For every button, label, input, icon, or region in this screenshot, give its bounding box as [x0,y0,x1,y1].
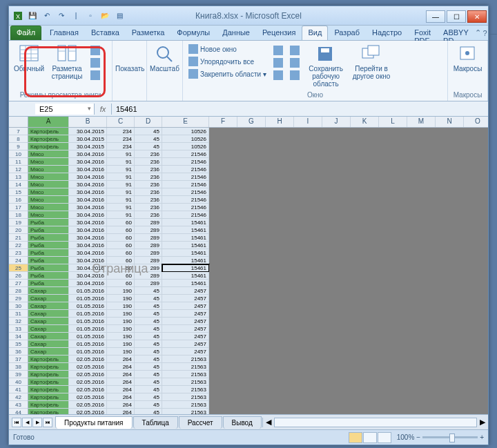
zoom-in-icon[interactable]: + [480,434,484,441]
cell[interactable]: 2457 [162,333,209,340]
cell[interactable]: 15461 [162,249,209,257]
table-row[interactable]: 44Картофель02.05.20162644521563 [9,409,488,414]
cell[interactable]: Рыба [28,272,69,280]
row-header[interactable]: 30 [9,302,28,310]
tab-addins[interactable]: Надстро [366,26,408,40]
table-row[interactable]: 14Мясо30.04.20169123621546 [9,181,488,188]
table-row[interactable]: 23Рыба30.04.20166028915461 [9,249,488,257]
cell[interactable]: 45 [135,333,162,340]
cell[interactable]: 236 [135,166,162,173]
cell[interactable]: Сахар [28,348,69,356]
row-header[interactable]: 39 [9,371,28,378]
row-header[interactable]: 31 [9,310,28,318]
cell[interactable]: 21546 [162,204,209,211]
sheet-next-icon[interactable]: ▶ [32,418,42,427]
row-header[interactable]: 32 [9,318,28,325]
cell[interactable]: Сахар [28,295,69,302]
cell[interactable]: Мясо [28,181,69,188]
cell[interactable]: 190 [107,302,135,310]
sheet-first-icon[interactable]: ⏮ [12,418,21,427]
cell[interactable]: 30.04.2016 [69,204,107,211]
cell[interactable]: 264 [107,401,135,409]
row-header[interactable]: 28 [9,287,28,295]
cell[interactable]: Рыба [28,242,69,249]
help-icon[interactable]: ? [483,29,487,37]
cell[interactable]: Сахар [28,318,69,325]
tab-insert[interactable]: Вставка [85,26,126,40]
table-row[interactable]: 28Сахар01.05.2016190452457 [9,287,488,295]
cell[interactable]: 30.04.2016 [69,272,107,280]
tab-abbyy[interactable]: ABBYY PD [437,26,475,40]
cell[interactable]: 02.05.2016 [69,363,107,371]
cell[interactable]: 236 [135,196,162,204]
cell[interactable]: 01.05.2016 [69,302,107,310]
cell[interactable]: 15461 [162,226,209,234]
cell[interactable]: 21546 [162,188,209,196]
new-icon[interactable]: ▫ [84,10,97,22]
print-icon[interactable]: ▤ [113,10,126,22]
save-workspace-button[interactable]: Сохранить рабочую область [304,43,348,90]
cell[interactable]: Мясо [28,204,69,211]
tab-developer[interactable]: Разраб [328,26,366,40]
cell[interactable]: 60 [107,226,135,234]
cell[interactable]: 2457 [162,302,209,310]
cell[interactable]: 21563 [162,393,209,401]
cell[interactable]: 190 [107,310,135,318]
row-header[interactable]: 25 [9,264,28,272]
formula-input[interactable]: 15461 [111,104,488,115]
cell[interactable]: 236 [135,150,162,158]
close-button[interactable]: ✕ [467,10,487,23]
cell[interactable]: 21546 [162,150,209,158]
table-row[interactable]: 34Сахар01.05.2016190452457 [9,333,488,340]
row-header[interactable]: 44 [9,409,28,414]
table-row[interactable]: 26Рыба30.04.20166028915461 [9,272,488,280]
cell[interactable]: 264 [107,409,135,414]
table-row[interactable]: 15Мясо30.04.20169123621546 [9,188,488,196]
cell[interactable]: 45 [135,325,162,333]
sheet-tab-4[interactable]: Вывод [223,416,262,429]
cell[interactable]: Сахар [28,287,69,295]
cell[interactable]: 60 [107,264,135,272]
table-row[interactable]: 13Мясо30.04.20169123621546 [9,173,488,181]
view-pagebreak-button[interactable] [88,44,103,57]
tab-foxit[interactable]: Foxit PDF [408,26,437,40]
cell[interactable]: 45 [135,371,162,378]
cell[interactable]: 30.04.2015 [69,128,107,135]
cell[interactable]: Рыба [28,234,69,242]
cell[interactable]: 289 [135,234,162,242]
cell[interactable]: 2457 [162,325,209,333]
cell[interactable]: 190 [107,348,135,356]
cell[interactable]: 60 [107,280,135,287]
status-view-pagelayout[interactable] [363,432,377,443]
cell[interactable]: Мясо [28,150,69,158]
row-header[interactable]: 16 [9,196,28,204]
col-header-O[interactable]: O [464,117,488,127]
cell[interactable]: 30.04.2016 [69,181,107,188]
tab-formulas[interactable]: Формулы [170,26,216,40]
table-row[interactable]: 38Картофель02.05.20162644521563 [9,363,488,371]
col-header-N[interactable]: N [436,117,464,127]
cell[interactable]: 21563 [162,378,209,386]
cell[interactable]: 10526 [162,143,209,150]
cell[interactable]: 01.05.2016 [69,287,107,295]
row-header[interactable]: 20 [9,226,28,234]
hide-button[interactable] [271,57,286,69]
col-header-K[interactable]: K [351,117,379,127]
table-row[interactable]: 37Картофель02.05.20162644521563 [9,356,488,363]
cell[interactable]: 30.04.2016 [69,257,107,264]
cell[interactable]: 91 [107,173,135,181]
cell[interactable]: Мясо [28,173,69,181]
cell[interactable]: 02.05.2016 [69,409,107,414]
row-header[interactable]: 23 [9,249,28,257]
cell[interactable]: 91 [107,150,135,158]
cell[interactable]: 30.04.2016 [69,234,107,242]
table-row[interactable]: 35Сахар01.05.2016190452457 [9,340,488,348]
cell[interactable]: 190 [107,318,135,325]
cell[interactable]: 30.04.2016 [69,249,107,257]
table-row[interactable]: 9Картофель30.04.20152344510526 [9,143,488,150]
cell[interactable]: Картофель [28,128,69,135]
minimize-button[interactable]: — [426,10,445,23]
col-header-C[interactable]: C [107,117,135,127]
row-header[interactable]: 37 [9,356,28,363]
cell[interactable]: 30.04.2016 [69,188,107,196]
